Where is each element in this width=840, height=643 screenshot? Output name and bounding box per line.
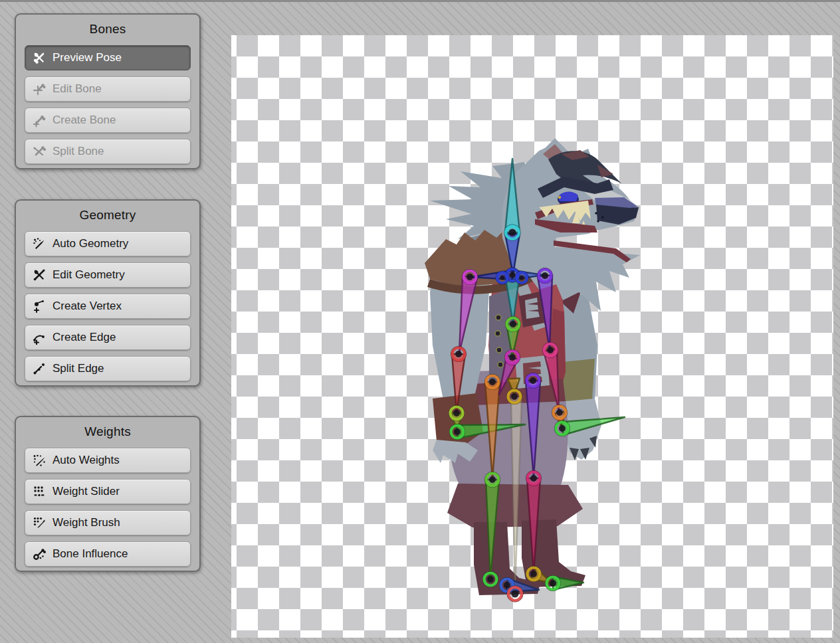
edit-geometry-button[interactable]: Edit Geometry [25, 262, 191, 288]
edit-bone-label: Edit Bone [52, 82, 102, 96]
auto-weights-icon [32, 453, 47, 468]
vest-eyelet [496, 347, 502, 353]
create-bone-label: Create Bone [52, 114, 116, 127]
weight-brush-icon [32, 515, 47, 530]
joint-chest-left[interactable] [496, 272, 509, 284]
joint-ankle-right[interactable] [526, 567, 541, 581]
joint-neck[interactable] [505, 225, 520, 240]
edit-bone-button[interactable]: Edit Bone [25, 76, 191, 102]
joint-shoulder-left[interactable] [463, 270, 477, 284]
window-top-border [0, 0, 840, 2]
edit-bone-icon [32, 82, 47, 96]
preview-pose-label: Preview Pose [52, 51, 122, 64]
joint-root[interactable] [508, 587, 523, 602]
joint-pelvis[interactable] [507, 389, 522, 404]
preview-pose-button[interactable]: Preview Pose [25, 45, 191, 70]
split-edge-icon [32, 361, 47, 376]
preview-pose-icon [32, 50, 47, 65]
auto-geometry-label: Auto Geometry [52, 237, 128, 250]
joint-chest-right[interactable] [516, 272, 528, 284]
split-bone-icon [32, 144, 47, 159]
right-arm-pouch [562, 359, 595, 403]
joint-knee-left[interactable] [485, 472, 500, 487]
bone-influence-button[interactable]: Bone Influence [25, 541, 191, 567]
weight-brush-label: Weight Brush [52, 516, 120, 529]
joint-ankle-left[interactable] [483, 572, 498, 587]
create-edge-icon [32, 330, 47, 345]
whisker-dot [601, 216, 604, 219]
create-bone-button[interactable]: Create Bone [25, 108, 191, 133]
split-bone-button[interactable]: Split Bone [25, 139, 191, 164]
vest-eyelet [496, 315, 501, 320]
edit-geometry-label: Edit Geometry [52, 268, 125, 282]
auto-weights-label: Auto Weights [52, 454, 120, 467]
create-vertex-button[interactable]: Create Vertex [25, 294, 191, 319]
create-edge-label: Create Edge [52, 331, 116, 344]
bone-influence-label: Bone Influence [52, 547, 128, 561]
split-edge-button[interactable]: Split Edge [25, 356, 191, 381]
eye-glint [558, 196, 561, 199]
joint-foot-right[interactable] [546, 576, 560, 591]
joint-wrist-left[interactable] [449, 406, 464, 420]
create-edge-button[interactable]: Create Edge [25, 325, 191, 350]
weight-slider-button[interactable]: Weight Slider [25, 479, 191, 504]
panel-weights: Weights Auto Weights Weight Slider Weigh… [15, 416, 201, 572]
weight-slider-icon [32, 484, 47, 499]
auto-geometry-button[interactable]: Auto Geometry [25, 231, 191, 256]
joint-elbow-left[interactable] [451, 347, 466, 361]
panel-geometry: Geometry Auto Geometry Edit Geometry Cre… [15, 199, 201, 387]
joint-hand-right[interactable] [555, 421, 570, 436]
auto-weights-button[interactable]: Auto Weights [25, 448, 191, 473]
joint-hip-left[interactable] [485, 375, 500, 389]
create-vertex-icon [32, 299, 47, 314]
joint-elbow-right[interactable] [543, 343, 558, 357]
joint-spine-low-joint[interactable] [505, 350, 520, 365]
sprite-svg [231, 35, 833, 638]
whisker-dot [597, 220, 599, 223]
joint-knee-right[interactable] [526, 471, 541, 486]
panel-bones: Bones Preview Pose Edit Bone Create Bone… [15, 13, 201, 169]
whisker-dot [595, 212, 597, 215]
panel-weights-title: Weights [16, 417, 199, 442]
joint-spine-joint[interactable] [506, 317, 520, 331]
vest-eyelet [495, 331, 500, 336]
joint-hip-right[interactable] [526, 373, 540, 388]
create-vertex-label: Create Vertex [52, 300, 122, 313]
split-bone-label: Split Bone [52, 145, 104, 158]
create-bone-icon [32, 113, 47, 128]
weight-slider-label: Weight Slider [52, 485, 120, 498]
edit-geometry-icon [32, 268, 47, 282]
sprite-canvas[interactable] [231, 35, 833, 638]
joint-wrist-right[interactable] [552, 405, 567, 420]
panel-geometry-title: Geometry [16, 201, 199, 225]
weight-brush-button[interactable]: Weight Brush [25, 510, 191, 535]
joint-shoulder-right[interactable] [538, 268, 552, 283]
auto-geometry-icon [32, 236, 47, 251]
joint-hand-left[interactable] [450, 424, 465, 439]
panel-bones-title: Bones [16, 15, 199, 39]
joint-foot-left[interactable] [500, 578, 514, 593]
split-edge-label: Split Edge [52, 362, 104, 375]
vest-eyelet [498, 362, 503, 367]
bone-influence-icon [32, 547, 47, 561]
